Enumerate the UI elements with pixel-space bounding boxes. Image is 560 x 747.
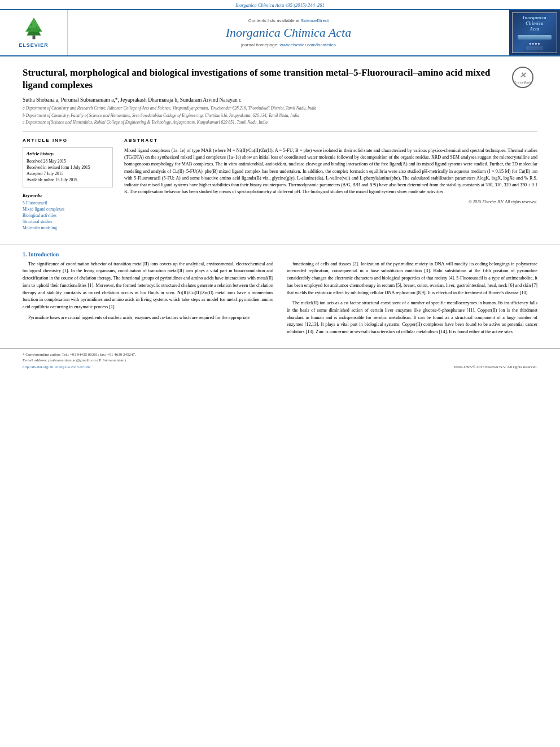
section-number: 1. <box>23 251 27 257</box>
elsevier-logo-area: ELSEVIER <box>0 10 68 55</box>
authors: Sutha Shobana a, Perumal Subramaniam a,*… <box>23 97 537 103</box>
affiliation-b: b Department of Chemistry, Faculty of Sc… <box>23 113 537 119</box>
elsevier-tree-icon <box>17 18 51 40</box>
svg-rect-0 <box>32 36 35 40</box>
doi-link[interactable]: http://dx.doi.org/10.1016/j.ica.2015.07.… <box>23 365 91 369</box>
crossmark: ✕ CrossMark <box>512 67 537 92</box>
page-footer: * Corresponding author. Tel.: +91 94435 … <box>0 348 560 373</box>
svg-point-5 <box>38 30 40 32</box>
body-para-4: The nickel(II) ion acts as a co-factor s… <box>287 300 537 336</box>
affiliations: a Department of Chemistry and Research C… <box>23 106 537 126</box>
crossmark-circle: ✕ CrossMark <box>512 67 533 88</box>
journal-homepage: journal homepage: www.elsevier.com/locat… <box>241 42 336 47</box>
body-para-2: Pyrimidine bases are crucial ingredients… <box>23 314 273 322</box>
sciencedirect-name: ScienceDirect <box>301 18 329 23</box>
body-content: 1. Introduction The significance of coor… <box>0 251 560 348</box>
journal-cover-image: Inorganica Chimica Acta ■ ■ ■ ■ ░░░░░░░ <box>512 12 557 53</box>
article-info-heading: ARTICLE INFO <box>23 138 113 143</box>
accepted-date: Accepted 7 July 2015 <box>27 171 109 176</box>
contents-line: Contents lists available at <box>248 18 300 23</box>
history-label: Article history: <box>27 151 109 156</box>
article-info-box: Article history: Received 28 May 2015 Re… <box>23 147 113 187</box>
svg-point-6 <box>30 24 32 26</box>
authors-text: Sutha Shobana a, Perumal Subramaniam a,*… <box>23 97 241 103</box>
body-para-3: functioning of cells and tissues [2]. Io… <box>287 261 537 297</box>
journal-title-area: Contents lists available at ScienceDirec… <box>68 10 509 55</box>
footer-links: http://dx.doi.org/10.1016/j.ica.2015.07.… <box>23 365 537 369</box>
copyright: © 2015 Elsevier B.V. All rights reserved… <box>124 199 537 204</box>
svg-point-4 <box>28 28 29 30</box>
left-column: ARTICLE INFO Article history: Received 2… <box>23 138 113 231</box>
journal-name: Inorganica Chimica Acta <box>226 25 351 40</box>
divider <box>0 244 560 244</box>
title-text: Structural, morphological and biological… <box>23 67 490 90</box>
sciencedirect-link: Contents lists available at ScienceDirec… <box>248 18 329 23</box>
citation-text: Inorganica Chimica Acta 435 (2015) 244–2… <box>235 2 324 8</box>
article-content: Structural, morphological and biological… <box>0 56 560 237</box>
body-para-1: The significance of coordination behavio… <box>23 261 273 311</box>
body-col-right: functioning of cells and tissues [2]. Io… <box>287 261 537 339</box>
body-col-left: The significance of coordination behavio… <box>23 261 273 339</box>
elsevier-logo-box: ELSEVIER <box>17 18 51 48</box>
section-title-text: Introduction <box>28 251 59 257</box>
svg-marker-3 <box>28 18 40 28</box>
keyword-5: Molecular modeling <box>23 225 113 230</box>
affiliation-c: c Department of Science and Humanities, … <box>23 120 537 126</box>
revised-date: Received in revised form 1 July 2015 <box>27 165 109 170</box>
section-1-heading: 1. Introduction <box>23 251 537 257</box>
article-title: Structural, morphological and biological… <box>23 67 537 91</box>
crossmark-label: CrossMark <box>514 81 531 85</box>
affiliation-a: a Department of Chemistry and Research C… <box>23 106 537 112</box>
online-date: Available online 15 July 2015 <box>27 177 109 182</box>
abstract-heading: ABSTRACT <box>124 138 537 143</box>
homepage-label: journal homepage: <box>241 42 278 47</box>
email-note: E-mail address: psubramaniam.ac@gmail.co… <box>23 358 537 362</box>
crossmark-icon: ✕ <box>519 71 526 81</box>
cover-text: Inorganica Chimica Acta ■ ■ ■ ■ ░░░░░░░ <box>515 13 554 53</box>
keywords-box: Keywords: 5-Fluorouracil Mixed ligand co… <box>23 193 113 230</box>
issn-text: 0020-1693/© 2015 Elsevier B.V. All right… <box>454 365 537 369</box>
right-column: ABSTRACT Mixed ligand complexes (1a–1e) … <box>124 138 537 231</box>
article-info-abstract: ARTICLE INFO Article history: Received 2… <box>23 132 537 231</box>
keywords-label: Keywords: <box>23 193 113 198</box>
abstract-text: Mixed ligand complexes (1a–1e) of type M… <box>124 147 537 196</box>
svg-point-7 <box>36 26 37 27</box>
received-date: Received 28 May 2015 <box>27 159 109 164</box>
journal-header: ELSEVIER Contents lists available at Sci… <box>0 9 560 56</box>
corresponding-note: * Corresponding author. Tel.: +91 94435 … <box>23 352 537 357</box>
journal-cover-area: Inorganica Chimica Acta ■ ■ ■ ■ ░░░░░░░ <box>509 10 560 55</box>
journal-citation: Inorganica Chimica Acta 435 (2015) 244–2… <box>0 0 560 9</box>
keyword-1: 5-Fluorouracil <box>23 200 113 206</box>
keyword-4: Structural studies <box>23 219 113 224</box>
page: Inorganica Chimica Acta 435 (2015) 244–2… <box>0 0 560 747</box>
body-two-col: The significance of coordination behavio… <box>23 261 537 339</box>
abstract-paragraph: Mixed ligand complexes (1a–1e) of type M… <box>124 147 537 196</box>
keyword-3: Biological activities <box>23 213 113 218</box>
elsevier-label: ELSEVIER <box>19 42 49 48</box>
keyword-2: Mixed ligand complexes <box>23 207 113 212</box>
homepage-url: www.elsevier.com/locate/ica <box>279 42 336 47</box>
